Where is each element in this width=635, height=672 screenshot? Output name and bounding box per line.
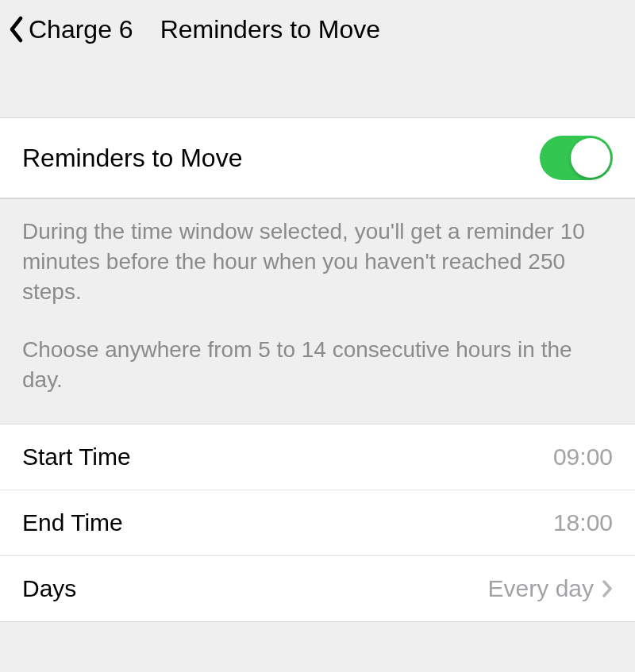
days-value: Every day <box>488 575 594 602</box>
description-text: During the time window selected, you'll … <box>0 198 635 424</box>
chevron-left-icon <box>8 16 24 43</box>
back-label: Charge 6 <box>29 15 133 44</box>
reminders-toggle[interactable] <box>540 136 613 180</box>
days-label: Days <box>22 575 76 602</box>
description-paragraph-1: During the time window selected, you'll … <box>22 217 613 306</box>
page-title: Reminders to Move <box>160 15 380 44</box>
nav-bar: Charge 6 Reminders to Move <box>0 0 635 59</box>
chevron-right-icon <box>602 579 613 598</box>
settings-list: Start Time 09:00 End Time 18:00 Days Eve… <box>0 424 635 622</box>
back-button[interactable]: Charge 6 <box>8 15 133 44</box>
toggle-knob <box>571 138 610 178</box>
end-time-row[interactable]: End Time 18:00 <box>0 490 635 555</box>
toggle-label: Reminders to Move <box>22 144 242 173</box>
section-gap <box>0 59 635 117</box>
start-time-row[interactable]: Start Time 09:00 <box>0 424 635 490</box>
reminders-toggle-row: Reminders to Move <box>0 118 635 198</box>
toggle-section: Reminders to Move <box>0 117 635 198</box>
days-row[interactable]: Days Every day <box>0 555 635 621</box>
end-time-value: 18:00 <box>553 509 613 536</box>
start-time-value: 09:00 <box>553 444 613 470</box>
start-time-label: Start Time <box>22 444 131 470</box>
days-value-wrap: Every day <box>488 575 613 602</box>
end-time-label: End Time <box>22 509 123 536</box>
description-paragraph-2: Choose anywhere from 5 to 14 consecutive… <box>22 335 613 395</box>
